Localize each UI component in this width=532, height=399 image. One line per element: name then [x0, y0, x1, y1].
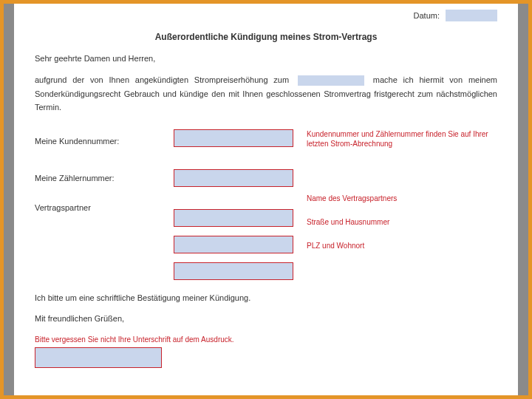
salutation: Sehr geehrte Damen und Herren,	[35, 54, 497, 63]
hint-partner-street: Straße und Hausnummer	[307, 211, 497, 233]
price-increase-date-input[interactable]	[298, 75, 364, 86]
document-frame: Datum: Außerordentliche Kündigung meines…	[0, 0, 532, 399]
signature-input[interactable]	[35, 347, 162, 368]
date-input[interactable]	[446, 10, 497, 21]
partner-name-input[interactable]	[174, 209, 293, 227]
document-page: Datum: Außerordentliche Kündigung meines…	[14, 4, 518, 395]
hint-partner-name: Name des Vertragspartners	[307, 187, 497, 209]
date-label: Datum:	[414, 11, 440, 20]
date-row: Datum:	[35, 10, 497, 21]
body-text-before: aufgrund der von Ihnen angekündigten Str…	[35, 75, 289, 84]
signature-hint: Bitte vergessen Sie nicht Ihre Unterschr…	[35, 335, 497, 344]
signoff-text: Mit freundlichen Grüßen,	[35, 314, 497, 323]
kundennummer-label: Meine Kundennummer:	[35, 129, 160, 153]
document-title: Außerordentliche Kündigung meines Strom-…	[35, 32, 497, 42]
zaehlernummer-input[interactable]	[174, 169, 293, 187]
left-margin-stripe	[4, 4, 14, 395]
hint-partner-city: PLZ und Wohnort	[307, 234, 497, 256]
kundennummer-input[interactable]	[174, 129, 293, 147]
vertragspartner-label: Vertragspartner	[35, 203, 160, 227]
hint-kundennummer: Kundennummer und Zählernummer finden Sie…	[307, 129, 497, 185]
partner-street-input[interactable]	[174, 236, 293, 253]
form-area: Meine Kundennummer: Meine Zählernummer: …	[35, 129, 497, 280]
hints-column: Kundennummer und Zählernummer finden Sie…	[307, 129, 497, 280]
right-margin-stripe	[518, 4, 528, 395]
fields-column	[174, 129, 293, 280]
partner-city-input[interactable]	[174, 262, 293, 280]
body-paragraph: aufgrund der von Ihnen angekündigten Str…	[35, 73, 497, 115]
labels-column: Meine Kundennummer: Meine Zählernummer: …	[35, 129, 160, 280]
confirmation-text: Ich bitte um eine schriftliche Bestätigu…	[35, 293, 497, 302]
zaehlernummer-label: Meine Zählernummer:	[35, 166, 160, 190]
